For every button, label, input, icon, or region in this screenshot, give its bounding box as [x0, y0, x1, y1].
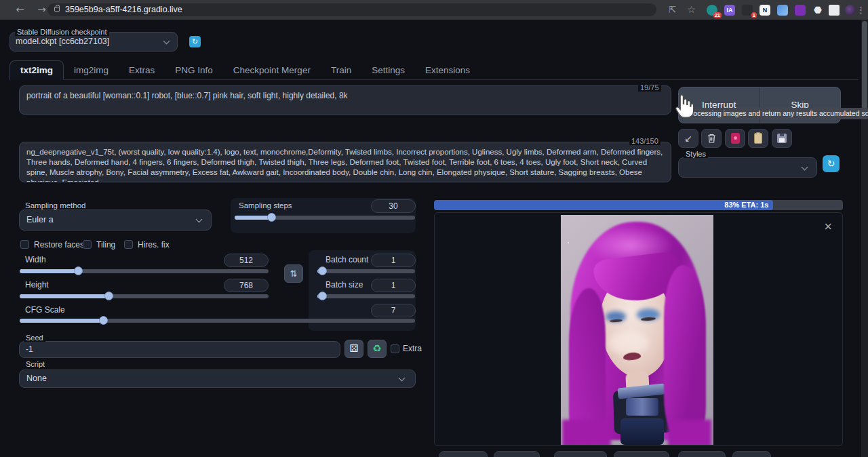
seed-extra-checkbox[interactable] [391, 344, 399, 353]
styles-label: Styles [684, 150, 708, 158]
styles-refresh-button[interactable]: ↻ [823, 155, 840, 172]
bookmark-star-icon[interactable]: ☆ [684, 2, 699, 18]
generated-image[interactable] [561, 215, 713, 445]
cfg-scale-value[interactable]: 7 [371, 304, 416, 317]
batch-count-slider[interactable] [317, 269, 415, 273]
generation-progress-bar: 83% ETA: 1s [434, 200, 843, 210]
checkpoint-refresh-button[interactable]: ↻ [189, 36, 201, 47]
negative-prompt-token-counter: 143/150 [629, 137, 660, 145]
swap-dimensions-button[interactable]: ⇅ [284, 264, 303, 283]
styles-dropdown[interactable] [678, 157, 817, 178]
tiling-checkbox[interactable] [83, 240, 92, 249]
browser-toolbar: ← → ↻ 359e5b9a-a5ff-4216.gradio.live ⇱ ☆… [0, 0, 868, 20]
slider-handle[interactable] [318, 266, 327, 275]
tab-checkpoint-merger[interactable]: Checkpoint Merger [223, 61, 321, 79]
tab-settings[interactable]: Settings [361, 61, 415, 79]
tab-png-info[interactable]: PNG Info [165, 61, 223, 79]
floppy-disk-icon [777, 134, 787, 143]
extension-pin-icon[interactable]: 21 [707, 5, 717, 16]
share-icon[interactable]: ⇱ [665, 2, 680, 18]
portrait-layer [664, 265, 706, 440]
mouse-cursor-hand [672, 94, 695, 123]
result-action-button[interactable] [732, 451, 771, 457]
slider-handle[interactable] [99, 316, 108, 325]
result-action-button[interactable] [494, 451, 540, 457]
extension-notion-icon[interactable]: N [760, 5, 770, 16]
portrait-layer [562, 420, 611, 445]
height-slider[interactable] [20, 294, 269, 298]
save-style-button[interactable] [772, 129, 792, 148]
width-label: Width [25, 255, 46, 264]
extra-networks-button[interactable] [725, 129, 745, 148]
restore-faces-label: Restore faces [34, 240, 84, 250]
slider-handle[interactable] [267, 213, 276, 222]
seed-input[interactable]: -1 [19, 341, 340, 358]
result-action-button[interactable] [554, 451, 607, 457]
script-label: Script [24, 360, 47, 368]
width-slider[interactable] [20, 269, 269, 273]
clear-prompt-button[interactable] [701, 129, 722, 148]
extension-ia-icon[interactable]: IA [724, 5, 735, 16]
trash-icon [707, 134, 716, 143]
batch-size-value[interactable]: 1 [371, 279, 416, 292]
batch-size-label: Batch size [326, 280, 363, 290]
result-action-button[interactable] [439, 451, 488, 457]
portrait-layer [620, 418, 664, 445]
chrome-menu-icon[interactable]: ⋮ [853, 2, 868, 18]
sampling-method-label: Sampling method [25, 201, 86, 210]
script-dropdown[interactable]: None [19, 370, 416, 388]
tab-img2img[interactable]: img2img [64, 61, 119, 79]
slider-handle[interactable] [318, 292, 327, 300]
clipboard-icon [754, 133, 762, 144]
sampling-steps-value[interactable]: 30 [371, 199, 416, 213]
flower-card-icon [731, 133, 740, 144]
height-value[interactable]: 768 [224, 279, 269, 292]
tab-txt2img[interactable]: txt2img [9, 60, 64, 80]
negative-prompt-input[interactable]: ng_deepnegative_v1_75t, (worst quality, … [19, 142, 671, 182]
extensions-puzzle-icon[interactable]: ⬣ [812, 5, 823, 16]
random-seed-button[interactable]: ⚄ [344, 340, 363, 358]
chevron-down-icon [802, 164, 808, 171]
result-action-button[interactable] [678, 451, 726, 457]
prompt-token-counter: 19/75 [638, 83, 661, 92]
slider-handle[interactable] [104, 292, 113, 300]
sampling-method-dropdown[interactable]: Euler a [19, 210, 212, 231]
result-action-button[interactable] [614, 451, 669, 457]
hires-fix-checkbox[interactable] [124, 240, 133, 249]
paste-params-button[interactable]: ↙ [678, 129, 698, 148]
page-scrollbar[interactable] [861, 20, 868, 457]
apply-style-button[interactable] [748, 129, 768, 148]
main-tabs: txt2img img2img Extras PNG Info Checkpoi… [9, 60, 859, 80]
extension-image-icon[interactable] [777, 5, 788, 16]
scrollbar-thumb[interactable] [862, 21, 867, 116]
back-icon[interactable]: ← [12, 2, 28, 18]
sampling-steps-slider[interactable] [235, 216, 415, 220]
extension-badge: 1 [751, 12, 757, 18]
extension-badge: 21 [713, 12, 722, 18]
side-panel-icon[interactable] [829, 5, 840, 16]
close-preview-icon[interactable]: × [824, 220, 833, 233]
seed-value: -1 [26, 344, 33, 354]
slider-handle[interactable] [74, 266, 83, 275]
prompt-input[interactable]: portrait of a beautiful [woman::0.1] rob… [19, 85, 671, 115]
batch-count-value[interactable]: 1 [371, 254, 416, 267]
reuse-seed-button[interactable]: ♻ [368, 340, 387, 358]
script-value: None [26, 374, 47, 383]
tab-train[interactable]: Train [321, 61, 361, 79]
batch-count-label: Batch count [326, 255, 368, 264]
paste-arrow-icon: ↙ [684, 133, 692, 144]
extension-chat-icon[interactable]: 1 [742, 5, 753, 16]
tab-extensions[interactable]: Extensions [415, 61, 480, 79]
restore-faces-checkbox[interactable] [20, 240, 29, 249]
height-label: Height [25, 280, 49, 290]
url-text: 359e5b9a-a5ff-4216.gradio.live [65, 3, 182, 16]
address-bar[interactable]: 359e5b9a-a5ff-4216.gradio.live [47, 3, 656, 16]
tab-extras[interactable]: Extras [119, 61, 165, 79]
batch-size-slider[interactable] [317, 294, 415, 298]
seed-extra-label: Extra [403, 344, 422, 353]
cfg-scale-label: CFG Scale [25, 305, 65, 315]
extension-onenote-icon[interactable] [795, 5, 806, 16]
width-value[interactable]: 512 [224, 254, 269, 267]
interrupt-tooltip: processing images and return any results… [680, 108, 868, 119]
cfg-scale-slider[interactable] [20, 319, 415, 323]
